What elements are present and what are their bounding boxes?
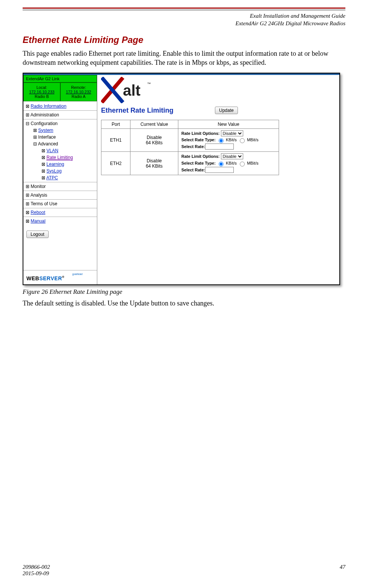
bullet-icon: ⊠ [41, 148, 45, 153]
select-rate-input[interactable] [205, 167, 234, 173]
rate-limit-options-select[interactable]: Disable [221, 153, 243, 159]
rate-limit-options-label: Rate Limit Options: [181, 131, 219, 136]
mbit-radio[interactable] [240, 162, 245, 166]
col-new: New Value [178, 120, 279, 128]
nav-advanced-label: Advanced [38, 141, 58, 147]
nav-syslog-label: SysLog [46, 168, 61, 174]
bullet-icon: ⊠ [26, 218, 29, 224]
nav-atpc[interactable]: ⊠ ATPC [23, 174, 97, 181]
new-value-cell: Rate Limit Options: Disable Select Rate … [178, 128, 279, 152]
local-label: Local: [37, 85, 47, 90]
nav-terms-label: Terms of Use [31, 201, 57, 206]
section-heading: Ethernet Rate Limiting Page [23, 35, 345, 45]
figure-caption: Figure 26 Ethernet Rate Limiting page [23, 288, 345, 296]
remote-label: Remote: [71, 85, 86, 90]
logout-button[interactable]: Logout [26, 231, 49, 238]
new-value-cell: Rate Limit Options: Disable Select Rate … [178, 152, 279, 175]
select-rate-input[interactable] [205, 144, 234, 150]
remote-ip[interactable]: 172.16.10.232 [61, 90, 96, 94]
nav-terms[interactable]: ⊞ Terms of Use [23, 200, 97, 207]
expand-icon: ⊞ [26, 184, 29, 189]
nav-rate-limiting[interactable]: ⊠ Rate Limiting [23, 154, 97, 161]
nav-administration-label: Administration [31, 112, 59, 118]
kbit-radio[interactable] [219, 162, 224, 166]
screenshot-figure: ExtendAir G2 Link Local: 172.16.10.233 R… [23, 73, 340, 285]
select-rate-label: Select Rate: [181, 168, 205, 172]
after-figure-paragraph: The default setting is disabled. Use the… [23, 299, 345, 308]
nav-analysis[interactable]: ⊞ Analysis [23, 192, 97, 199]
remote-radio-box[interactable]: Remote: 172.16.10.232 Radio A [60, 82, 97, 101]
bullet-icon: ⊠ [41, 168, 45, 174]
sidebar: ExtendAir G2 Link Local: 172.16.10.233 R… [23, 75, 97, 284]
current-cell: Disable 64 KBits [130, 128, 178, 152]
collapse-icon: ⊟ [33, 141, 37, 147]
bullet-icon: ⊠ [41, 162, 45, 167]
nav-learning-label: Learning [46, 162, 64, 167]
nav-radio-information-label: Radio Information [31, 104, 66, 109]
footer-docnum: 209866-002 [23, 564, 50, 570]
nav-vlan-label: VLAN [46, 148, 58, 153]
nav-tree: ⊠ Radio Information ⊞ Administration ⊟ C… [23, 101, 97, 227]
rate-type-label: Select Rate Type: [181, 137, 216, 142]
bullet-icon: ⊠ [26, 104, 29, 109]
nav-atpc-label: ATPC [46, 175, 58, 180]
footer-date: 2015-09-09 [23, 570, 50, 577]
nav-interface[interactable]: ⊞ Interface [23, 134, 97, 141]
nav-analysis-label: Analysis [31, 192, 48, 198]
nav-administration[interactable]: ⊞ Administration [23, 111, 97, 118]
footer-page: 47 [340, 564, 345, 577]
running-header: Exalt Installation and Management Guide … [23, 12, 345, 27]
table-row: ETH2 Disable 64 KBits Rate Limit Options… [101, 152, 279, 175]
local-radio-box[interactable]: Local: 172.16.10.233 Radio B [23, 82, 60, 101]
table-row: ETH1 Disable 64 KBits Rate Limit Options… [101, 128, 279, 152]
kbit-radio[interactable] [219, 138, 224, 143]
collapse-icon: ⊟ [26, 121, 29, 126]
rate-type-label: Select Rate Type: [181, 161, 216, 165]
top-rule-red [23, 8, 345, 9]
bullet-icon: ⊠ [26, 210, 29, 215]
nav-learning[interactable]: ⊠ Learning [23, 161, 97, 168]
nav-syslog[interactable]: ⊠ SysLog [23, 168, 97, 174]
header-line1: Exalt Installation and Management Guide [23, 12, 345, 20]
webserver-web: WEB [26, 275, 39, 281]
nav-advanced[interactable]: ⊟ Advanced [23, 141, 97, 147]
webserver-server: SERVER [39, 275, 62, 281]
current-line1: Disable [147, 158, 162, 163]
nav-configuration[interactable]: ⊟ Configuration [23, 120, 97, 127]
mbit-label: MBit/s [247, 137, 259, 142]
local-ip[interactable]: 172.16.10.233 [25, 90, 59, 94]
svg-text:™: ™ [147, 82, 151, 86]
nav-system[interactable]: ⊠ System [23, 127, 97, 134]
exalt-logo: alt ™ [101, 77, 161, 103]
top-rule-thin [23, 10, 345, 10]
nav-manual-label: Manual [31, 218, 45, 224]
bullet-icon: ⊠ [41, 155, 45, 160]
port-cell: ETH2 [101, 152, 130, 175]
rate-limit-options-select[interactable]: Disable [221, 130, 243, 136]
nav-manual[interactable]: ⊠ Manual [23, 218, 97, 225]
nav-radio-information[interactable]: ⊠ Radio Information [23, 103, 97, 110]
kbit-label: KBit/s [226, 161, 237, 165]
bullet-icon: ⊠ [41, 175, 45, 180]
port-cell: ETH1 [101, 128, 130, 152]
col-current: Current Value [130, 120, 178, 128]
nav-monitor[interactable]: ⊞ Monitor [23, 183, 97, 190]
select-rate-label: Select Rate: [181, 144, 205, 149]
kbit-label: KBit/s [226, 137, 237, 142]
bullet-icon: ⊠ [33, 128, 37, 133]
expand-icon: ⊞ [26, 201, 29, 206]
nav-reboot[interactable]: ⊠ Reboot [23, 209, 97, 216]
expand-icon: ⊞ [33, 134, 37, 140]
current-line1: Disable [147, 135, 162, 140]
nav-configuration-label: Configuration [31, 121, 57, 126]
nav-interface-label: Interface [38, 134, 56, 140]
content-pane: alt ™ Ethernet Rate Limiting Update Port… [97, 75, 339, 284]
update-button[interactable]: Update [215, 107, 238, 114]
nav-vlan[interactable]: ⊠ VLAN [23, 147, 97, 154]
expand-icon: ⊞ [26, 192, 29, 198]
intro-paragraph: This page enables radio Ethernet port ra… [23, 49, 345, 67]
mbit-radio[interactable] [240, 138, 245, 143]
current-line2: 64 KBits [146, 163, 163, 169]
remote-name: Radio A [72, 94, 86, 99]
rate-limit-options-label: Rate Limit Options: [181, 154, 219, 159]
